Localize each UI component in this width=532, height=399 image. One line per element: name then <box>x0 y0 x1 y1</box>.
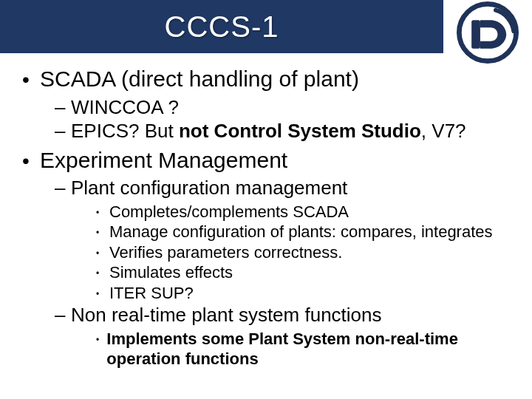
bullet-text: Experiment Management <box>40 148 287 174</box>
bullet-dash-icon: – <box>55 120 71 143</box>
bullet-text: Implements some Plant System non-real-ti… <box>106 329 510 369</box>
list-item: •ITER SUP? <box>96 283 510 304</box>
bullet-text: SCADA (direct handling of plant) <box>40 66 359 92</box>
list-item: – EPICS? But not Control System Studio, … <box>55 119 510 143</box>
bullet-dash-icon: – <box>55 96 71 119</box>
bullet-text: Plant configuration management <box>71 176 347 200</box>
content-area: • SCADA (direct handling of plant) – WIN… <box>22 66 510 374</box>
bullet-text: EPICS? But not Control System Studio, V7… <box>71 119 466 143</box>
bullet-text: WINCCOA ? <box>71 95 179 120</box>
bullet-text: Completes/complements SCADA <box>109 202 349 222</box>
list-item: • SCADA (direct handling of plant) – WIN… <box>22 66 510 143</box>
slide-title: CCCS-1 <box>165 10 279 44</box>
bullet-dot-icon: • <box>96 289 109 299</box>
list-item: • Experiment Management – Plant configur… <box>22 148 510 369</box>
list-item: •Manage configuration of plants: compare… <box>96 222 510 242</box>
bullet-dot-icon: • <box>96 208 109 218</box>
bullet-list: • SCADA (direct handling of plant) – WIN… <box>22 66 510 369</box>
list-item: – Plant configuration management •Comple… <box>55 176 510 303</box>
bullet-dash-icon: – <box>55 304 71 327</box>
bullet-dot-icon: • <box>22 151 40 171</box>
bullet-text: Manage configuration of plants: compares… <box>109 222 493 242</box>
bullet-dot-icon: • <box>96 228 109 238</box>
list-item: – Non real-time plant system functions •… <box>55 303 510 369</box>
bullet-text: Verifies parameters correctness. <box>109 242 342 263</box>
bullet-dot-icon: • <box>96 335 106 345</box>
list-item: •Simulates effects <box>96 262 510 283</box>
list-item: •Verifies parameters correctness. <box>96 242 510 263</box>
svg-rect-1 <box>471 20 480 49</box>
bullet-dot-icon: • <box>22 69 40 90</box>
bullet-dash-icon: – <box>55 177 71 200</box>
list-item: – WINCCOA ? <box>55 95 510 120</box>
list-item: •Implements some Plant System non-real-t… <box>96 329 510 369</box>
list-item: •Completes/complements SCADA <box>96 202 510 222</box>
bullet-dot-icon: • <box>96 248 109 259</box>
bullet-dot-icon: • <box>96 268 109 279</box>
title-bar: CCCS-1 <box>0 0 443 53</box>
svg-point-0 <box>459 4 516 61</box>
bullet-text: ITER SUP? <box>109 283 194 304</box>
bullet-text: Non real-time plant system functions <box>71 303 382 327</box>
slide: CCCS-1 • SCADA (direct handling of plant… <box>0 0 532 399</box>
logo-icon <box>457 1 519 64</box>
bullet-text: Simulates effects <box>109 262 233 283</box>
